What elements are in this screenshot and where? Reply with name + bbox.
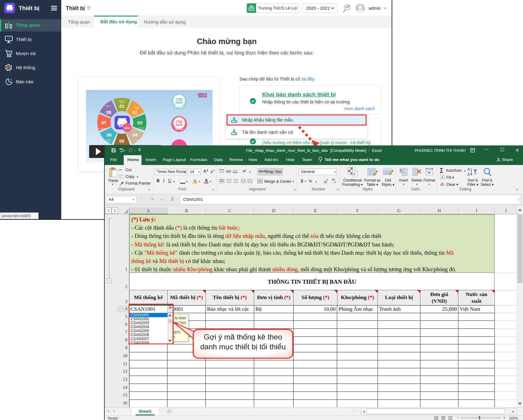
svg-text:Theo dõi: Theo dõi — [105, 139, 111, 141]
svg-text:06: 06 — [107, 132, 112, 137]
svg-text:A: A — [467, 167, 470, 172]
svg-text:04: 04 — [133, 132, 138, 137]
svg-text:ab: ab — [243, 169, 246, 172]
svg-text:03: 03 — [137, 120, 143, 125]
svg-text:giảm: giảm — [135, 108, 138, 110]
svg-text:Danh sách: Danh sách — [119, 100, 125, 102]
svg-text:Z: Z — [467, 172, 470, 177]
svg-text:Tiểu học: Tiểu học — [175, 128, 183, 130]
svg-text:≠: ≠ — [353, 172, 356, 176]
svg-text:01: 01 — [119, 103, 125, 109]
svg-text:thiết bị: thiết bị — [120, 102, 124, 103]
svg-text:NEW: NEW — [124, 127, 130, 129]
svg-text:hỏng, mất: hỏng, mất — [139, 129, 145, 131]
svg-text:05: 05 — [119, 138, 125, 144]
svg-text:Theo dõi: Theo dõi — [139, 127, 145, 129]
svg-text:Ghi tăng,: Ghi tăng, — [134, 107, 140, 108]
svg-text:08: 08 — [106, 110, 111, 115]
svg-text:mượn trả: mượn trả — [105, 141, 111, 143]
svg-text:02: 02 — [132, 110, 137, 115]
svg-text:Mẫu giáo: Mẫu giáo — [175, 105, 183, 108]
svg-text:Kiểm kê: Kiểm kê — [136, 139, 141, 141]
svg-text:07: 07 — [101, 120, 107, 125]
svg-text:MISA: MISA — [198, 92, 207, 97]
svg-text:Thanh lý: Thanh lý — [105, 105, 111, 107]
svg-text:Sửa chữa: Sửa chữa — [100, 128, 106, 129]
